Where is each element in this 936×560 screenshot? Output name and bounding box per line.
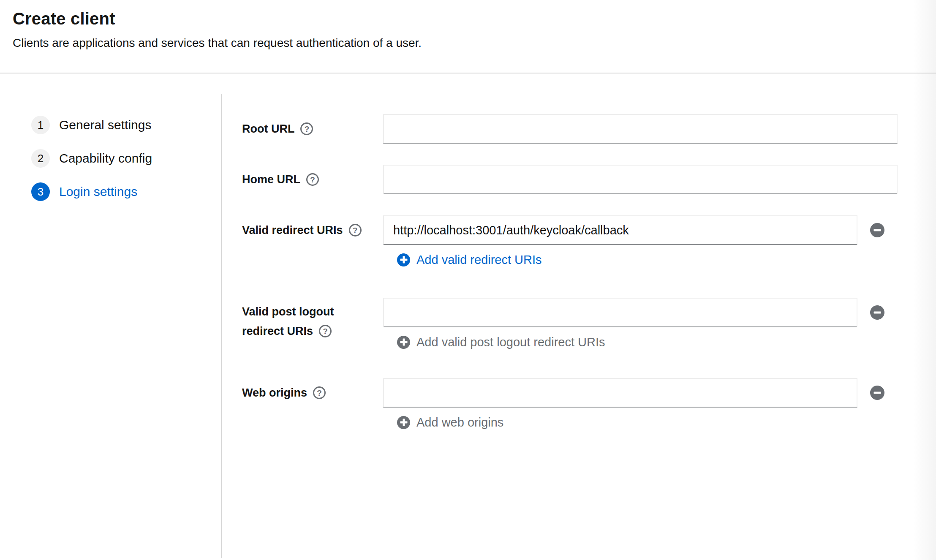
wizard-step-login-settings[interactable]: 3 Login settings: [31, 182, 221, 201]
plus-circle-icon: [397, 416, 410, 429]
help-icon[interactable]: ?: [319, 325, 332, 337]
help-icon[interactable]: ?: [349, 224, 362, 237]
page-header: Create client Clients are applications a…: [0, 0, 936, 73]
vertical-divider: [221, 94, 222, 558]
page-subtitle: Clients are applications and services th…: [13, 35, 923, 51]
plus-circle-icon: [397, 336, 410, 349]
help-icon[interactable]: ?: [306, 173, 319, 186]
home-url-label: Home URL ?: [242, 165, 383, 188]
home-url-control: [383, 165, 898, 194]
valid-post-logout-redirect-uris-row: Valid post logout redirect URIs ? Add va…: [242, 298, 936, 350]
valid-redirect-uri-input[interactable]: [383, 215, 857, 245]
page-title: Create client: [13, 8, 923, 29]
valid-redirect-uris-row: Valid redirect URIs ? Add valid redirect…: [242, 215, 936, 267]
step-number-badge: 2: [31, 149, 50, 168]
step-label: Login settings: [59, 185, 137, 199]
add-valid-redirect-uris-button[interactable]: Add valid redirect URIs: [397, 252, 884, 267]
wizard-step-general-settings[interactable]: 1 General settings: [31, 116, 221, 134]
remove-web-origin-button[interactable]: [870, 386, 884, 400]
help-icon[interactable]: ?: [313, 386, 326, 399]
login-settings-form: Root URL ? Home URL ? Valid redi: [221, 73, 936, 560]
step-label: General settings: [59, 118, 151, 132]
web-origin-input[interactable]: [383, 378, 857, 408]
valid-post-logout-redirect-uris-control: Add valid post logout redirect URIs: [383, 298, 884, 350]
root-url-row: Root URL ?: [242, 114, 936, 144]
help-icon[interactable]: ?: [300, 122, 313, 135]
home-url-input[interactable]: [383, 165, 898, 194]
remove-post-logout-redirect-uri-button[interactable]: [870, 305, 884, 320]
post-logout-redirect-uri-input[interactable]: [383, 298, 857, 327]
plus-circle-icon: [397, 253, 410, 266]
root-url-label: Root URL ?: [242, 114, 383, 137]
root-url-control: [383, 114, 898, 144]
home-url-row: Home URL ?: [242, 165, 936, 194]
web-origins-label: Web origins ?: [242, 378, 383, 401]
step-number-badge: 3: [31, 182, 50, 201]
add-valid-post-logout-redirect-uris-button[interactable]: Add valid post logout redirect URIs: [397, 334, 884, 350]
add-web-origins-button[interactable]: Add web origins: [397, 415, 884, 430]
wizard-step-capability-config[interactable]: 2 Capability config: [31, 149, 221, 168]
step-label: Capability config: [59, 151, 152, 166]
valid-post-logout-redirect-uris-label: Valid post logout redirect URIs ?: [242, 298, 383, 341]
root-url-input[interactable]: [383, 114, 898, 144]
step-number-badge: 1: [31, 116, 50, 134]
valid-redirect-uris-control: Add valid redirect URIs: [383, 215, 884, 267]
wizard-step-nav: 1 General settings 2 Capability config 3…: [0, 73, 221, 560]
remove-redirect-uri-button[interactable]: [870, 223, 884, 237]
web-origins-control: Add web origins: [383, 378, 884, 430]
web-origins-row: Web origins ? Add web origins: [242, 378, 936, 430]
wizard-content: 1 General settings 2 Capability config 3…: [0, 73, 936, 560]
valid-redirect-uris-label: Valid redirect URIs ?: [242, 215, 383, 238]
